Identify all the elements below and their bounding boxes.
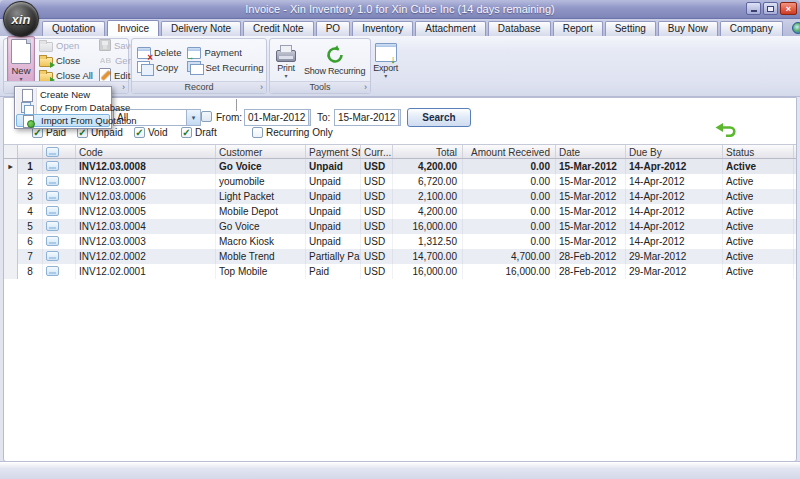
group-expand-icon[interactable]: › bbox=[122, 82, 125, 93]
tab-company[interactable]: Company bbox=[720, 21, 783, 36]
column-header-sel bbox=[4, 145, 18, 158]
open-button: Open bbox=[37, 38, 95, 52]
checked-box-icon: ✓ bbox=[181, 127, 192, 138]
tab-delivery-note[interactable]: Delivery Note bbox=[161, 21, 241, 36]
invoice-row[interactable]: ▸1INV12.03.0008Go VoiceUnpaidUSD4,200.00… bbox=[4, 159, 796, 174]
cell-sel bbox=[4, 234, 18, 249]
to-date-dropdown[interactable]: 15-Mar-2012 ▾ bbox=[334, 109, 401, 126]
cell-code: INV12.03.0008 bbox=[76, 159, 216, 174]
print-button[interactable]: Print ▾ bbox=[273, 41, 299, 80]
tab-setting[interactable]: Setting bbox=[605, 21, 656, 36]
cell-code: INV12.03.0007 bbox=[76, 174, 216, 189]
cell-num: 2 bbox=[18, 174, 43, 189]
minimize-button[interactable] bbox=[746, 2, 761, 15]
from-date-value: 01-Mar-2012 bbox=[245, 110, 308, 125]
invoice-row[interactable]: 7INV12.02.0002Moble TrendPartially PaidU… bbox=[4, 249, 796, 264]
cell-sel bbox=[4, 249, 18, 264]
checkbox-recurring-only[interactable]: Recurring Only bbox=[252, 127, 333, 138]
invoice-row[interactable]: 3INV12.03.0006Light PacketUnpaidUSD2,100… bbox=[4, 189, 796, 204]
column-header-code[interactable]: Code bbox=[76, 145, 216, 158]
tab-invoice[interactable]: Invoice bbox=[107, 20, 159, 36]
tab-quotation[interactable]: Quotation bbox=[42, 21, 105, 36]
restore-button[interactable] bbox=[763, 2, 778, 15]
cell-date: 15-Mar-2012 bbox=[556, 159, 626, 174]
chevron-down-icon: ▾ bbox=[384, 74, 387, 79]
set-recurring-button[interactable]: Set Recurring bbox=[185, 61, 265, 75]
delete-button[interactable]: Delete bbox=[135, 46, 183, 60]
cell-currency: USD bbox=[361, 249, 393, 264]
checkbox-label: Draft bbox=[195, 127, 217, 138]
invoice-row[interactable]: 8INV12.02.0001Top MobilePaidUSD16,000.00… bbox=[4, 264, 796, 279]
tab-inventory[interactable]: Inventory bbox=[352, 21, 413, 36]
checkbox-label: Void bbox=[148, 127, 167, 138]
search-button[interactable]: Search bbox=[407, 108, 471, 127]
column-header-amount-received[interactable]: Amount Received bbox=[463, 145, 556, 158]
payment-button[interactable]: Payment bbox=[185, 46, 265, 60]
tab-credit-note[interactable]: Credit Note bbox=[243, 21, 314, 36]
copy-icon bbox=[20, 102, 33, 114]
cell-code: INV12.03.0004 bbox=[76, 219, 216, 234]
menu-item-copy-from-database[interactable]: Copy From Database bbox=[16, 101, 110, 114]
menu-item-create-new[interactable]: Create New bbox=[16, 88, 110, 101]
edit-pencil-icon bbox=[99, 68, 111, 82]
column-header-due-by[interactable]: Due By bbox=[626, 145, 723, 158]
menu-item-import-from-quotation[interactable]: Import From Quotation bbox=[16, 114, 110, 127]
cell-date: 15-Mar-2012 bbox=[556, 204, 626, 219]
column-header-total[interactable]: Total bbox=[393, 145, 463, 158]
invoice-row[interactable]: 2INV12.03.0007youmobileUnpaidUSD6,720.00… bbox=[4, 174, 796, 189]
from-date-dropdown[interactable]: 01-Mar-2012 ▾ bbox=[244, 109, 311, 126]
group-expand-icon[interactable]: › bbox=[260, 82, 263, 93]
invoice-row[interactable]: 6INV12.03.0003Macro KioskUnpaidUSD1,312.… bbox=[4, 234, 796, 249]
show-recurring-button[interactable]: Show Recurring bbox=[301, 43, 368, 77]
tab-buy-now[interactable]: Buy Now bbox=[658, 21, 718, 36]
cell-customer: Go Voice bbox=[216, 159, 306, 174]
cell-icon bbox=[43, 189, 76, 204]
column-header-payment-status[interactable]: Payment Status bbox=[306, 145, 361, 158]
group-expand-icon[interactable]: › bbox=[364, 82, 367, 93]
cell-sel bbox=[4, 264, 18, 279]
window-title: Invoice - Xin Inventory 1.0 for Xin Cube… bbox=[245, 3, 554, 15]
refresh-icon[interactable] bbox=[715, 123, 737, 140]
copy-button[interactable]: Copy bbox=[135, 61, 183, 75]
cell-date: 28-Feb-2012 bbox=[556, 249, 626, 264]
export-button[interactable]: Export ▾ bbox=[370, 41, 401, 80]
cell-num: 6 bbox=[18, 234, 43, 249]
close-record-button[interactable]: Close bbox=[37, 53, 95, 67]
to-date-value: 15-Mar-2012 bbox=[335, 110, 398, 125]
column-header-curr[interactable]: Curr... bbox=[361, 145, 393, 158]
tab-report[interactable]: Report bbox=[553, 21, 603, 36]
tab-strip: QuotationInvoiceDelivery NoteCredit Note… bbox=[0, 19, 800, 36]
tab-po[interactable]: PO bbox=[316, 21, 350, 36]
cell-icon bbox=[43, 234, 76, 249]
close-all-button[interactable]: Close All bbox=[37, 68, 95, 82]
menu-item-label: Import From Quotation bbox=[41, 115, 137, 126]
close-button[interactable]: × bbox=[780, 2, 797, 15]
language-globe-icon[interactable]: ▾ bbox=[792, 22, 800, 34]
invoice-row[interactable]: 4INV12.03.0005Mobile DepotUnpaidUSD4,200… bbox=[4, 204, 796, 219]
cell-status: Active bbox=[723, 174, 794, 189]
cell-date: 15-Mar-2012 bbox=[556, 219, 626, 234]
unchecked-box-icon bbox=[252, 127, 263, 138]
minimize-icon bbox=[751, 10, 757, 12]
column-header-customer[interactable]: Customer bbox=[216, 145, 306, 158]
from-date-checkbox[interactable] bbox=[201, 111, 212, 122]
tab-attachment[interactable]: Attachment bbox=[415, 21, 486, 36]
ribbon-group-record: Delete Copy Payment Set Recurring Void U… bbox=[131, 38, 267, 94]
invoice-row[interactable]: 5INV12.03.0004Go VoiceUnpaidUSD16,000.00… bbox=[4, 219, 796, 234]
cell-payment_status: Unpaid bbox=[306, 219, 361, 234]
cell-status: Active bbox=[723, 264, 794, 279]
column-header-num bbox=[18, 145, 43, 158]
cell-amount_received: 4,700.00 bbox=[463, 249, 556, 264]
checkbox-void[interactable]: ✓Void bbox=[134, 127, 167, 138]
new-button[interactable]: New ▾ bbox=[7, 36, 35, 84]
cell-code: INV12.02.0002 bbox=[76, 249, 216, 264]
tab-database[interactable]: Database bbox=[488, 21, 551, 36]
cell-sel bbox=[4, 174, 18, 189]
column-header-status[interactable]: Status bbox=[723, 145, 794, 158]
column-header-date[interactable]: Date bbox=[556, 145, 626, 158]
chevron-down-icon: ▾ bbox=[186, 110, 200, 125]
document-icon bbox=[46, 147, 59, 157]
checkbox-draft[interactable]: ✓Draft bbox=[181, 127, 217, 138]
document-icon bbox=[46, 191, 59, 201]
cell-status: Active bbox=[723, 219, 794, 234]
